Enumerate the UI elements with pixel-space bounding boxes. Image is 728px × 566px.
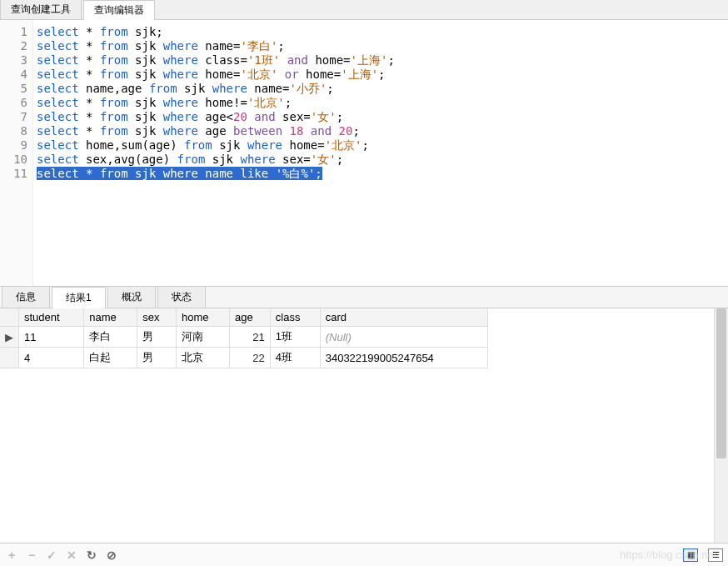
column-header[interactable]: card <box>320 308 487 327</box>
code-line[interactable]: select sex,avg(age) from sjk where sex='… <box>37 153 725 167</box>
cell[interactable]: 21 <box>230 327 271 348</box>
result-tabs: 信息 结果1 概况 状态 <box>0 287 728 308</box>
refresh-button[interactable]: ↻ <box>85 548 98 562</box>
code-line[interactable]: select * from sjk where age<20 and sex='… <box>37 110 725 124</box>
column-header[interactable]: age <box>230 308 271 327</box>
cell[interactable]: 河南 <box>176 327 229 348</box>
cell[interactable]: 11 <box>19 327 84 348</box>
column-header[interactable]: sex <box>137 308 177 327</box>
apply-button[interactable]: ✓ <box>45 548 58 562</box>
cell[interactable]: 男 <box>137 348 177 368</box>
add-row-button[interactable]: + <box>5 548 18 562</box>
form-view-icon[interactable]: ☰ <box>708 548 723 562</box>
code-line[interactable]: select * from sjk where home='北京' or hom… <box>37 68 725 82</box>
cancel-button[interactable]: ✕ <box>65 548 78 562</box>
code-line[interactable]: select * from sjk where class='1班' and h… <box>37 53 725 68</box>
tab-result1[interactable]: 结果1 <box>52 287 106 308</box>
table-row[interactable]: 4白起男北京224班340322199005247654 <box>0 348 488 368</box>
code-line[interactable]: select * from sjk where home!='北京'; <box>37 96 725 110</box>
tab-status[interactable]: 状态 <box>157 286 206 308</box>
code-line[interactable]: select * from sjk where name like '%白%'; <box>37 167 725 181</box>
cell[interactable]: 340322199005247654 <box>320 348 487 368</box>
table-row[interactable]: ▶11李白男河南211班(Null) <box>0 327 488 348</box>
cell[interactable]: (Null) <box>320 327 487 348</box>
result-grid[interactable]: studentnamesexhomeageclasscard ▶11李白男河南2… <box>0 308 714 543</box>
scrollbar-thumb[interactable] <box>716 308 726 458</box>
grid-view-icon[interactable]: ▦ <box>683 548 698 562</box>
result-area: studentnamesexhomeageclasscard ▶11李白男河南2… <box>0 308 728 543</box>
code-line[interactable]: select * from sjk where age between 18 a… <box>37 124 725 138</box>
code-line[interactable]: select * from sjk where name='李白'; <box>37 39 725 53</box>
column-header[interactable]: class <box>270 308 320 327</box>
remove-row-button[interactable]: − <box>25 548 38 562</box>
vertical-scrollbar[interactable] <box>714 308 728 543</box>
tab-query-create[interactable]: 查询创建工具 <box>0 0 82 19</box>
cell[interactable]: 李白 <box>84 327 137 348</box>
code-line[interactable]: select home,sum(age) from sjk where home… <box>37 138 725 153</box>
sql-editor[interactable]: 1234567891011 select * from sjk;select *… <box>0 20 728 287</box>
column-header[interactable]: name <box>84 308 137 327</box>
stop-button[interactable]: ⊘ <box>105 548 118 562</box>
cell[interactable]: 4班 <box>270 348 320 368</box>
editor-gutter: 1234567891011 <box>0 20 33 286</box>
tab-profile[interactable]: 概况 <box>107 286 156 308</box>
cell[interactable]: 白起 <box>84 348 137 368</box>
code-line[interactable]: select name,age from sjk where name='小乔'… <box>37 82 725 96</box>
tab-query-editor[interactable]: 查询编辑器 <box>83 0 155 20</box>
code-line[interactable]: select * from sjk; <box>37 25 725 39</box>
cell[interactable]: 男 <box>137 327 177 348</box>
cell[interactable]: 4 <box>19 348 84 368</box>
cell[interactable]: 1班 <box>270 327 320 348</box>
tab-info[interactable]: 信息 <box>2 286 50 308</box>
cell[interactable]: 22 <box>230 348 271 368</box>
editor-code[interactable]: select * from sjk;select * from sjk wher… <box>33 20 728 286</box>
cell[interactable]: 北京 <box>176 348 229 368</box>
column-header[interactable]: student <box>19 308 84 327</box>
top-tabs: 查询创建工具 查询编辑器 <box>0 0 728 20</box>
footer-toolbar: + − ✓ ✕ ↻ ⊘ ▦ ☰ <box>0 543 728 566</box>
column-header[interactable]: home <box>176 308 229 327</box>
